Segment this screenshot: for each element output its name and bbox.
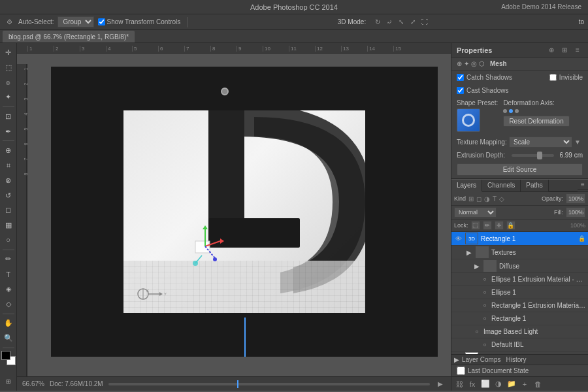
layer-vis-diffuse[interactable]: ▶ — [472, 261, 482, 270]
extrusion-depth-slider[interactable] — [512, 154, 554, 157]
edit-source-btn[interactable]: Edit Source — [457, 163, 583, 176]
properties-icon-2[interactable]: ⊞ — [559, 45, 570, 56]
properties-icon-1[interactable]: ⊕ — [546, 45, 557, 56]
last-state-checkbox[interactable] — [457, 367, 465, 375]
layer-thumb-rect1: 3D — [465, 233, 478, 244]
dodge-tool-btn[interactable]: ○ — [1, 233, 16, 247]
opacity-input[interactable] — [566, 193, 585, 204]
healing-tool-btn[interactable]: ⊕ — [1, 144, 16, 157]
layers-tab-paths[interactable]: Paths — [521, 180, 549, 191]
timeline-play-btn[interactable]: ▶ — [435, 379, 446, 389]
color-picker-wrapper[interactable] — [1, 351, 16, 365]
foreground-color-swatch[interactable] — [1, 351, 10, 360]
fill-input[interactable] — [566, 207, 585, 218]
layer-ellipse1[interactable]: ○ Ellipse 1 — [451, 286, 588, 299]
tool-options-icon[interactable]: ⚙ — [4, 17, 14, 27]
layers-tab-channels[interactable]: Channels — [482, 180, 521, 191]
extrusion-depth-label: Extrusion Depth: — [457, 152, 509, 159]
add-group-btn[interactable]: 📁 — [506, 379, 517, 389]
shape-preset-thumb[interactable] — [457, 108, 480, 132]
workspace: ✛ ⬚ ⌾ ✦ ⊡ ✒ ⊕ ⌗ ⊗ ↺ ◻ ▦ ○ ✏ T ◈ ◇ ✋ 🔍 ⊞ — [0, 43, 588, 391]
layer-vis-ibl[interactable]: ○ — [472, 327, 482, 336]
layer-vis-ellipse1[interactable]: ○ — [480, 288, 489, 297]
reset-deformation-btn[interactable]: Reset Deformation — [503, 116, 569, 127]
layer-vis-ellipse1ext[interactable]: ○ — [480, 275, 489, 284]
invisible-checkbox[interactable] — [549, 74, 557, 81]
3d-scale-btn[interactable]: ⛶ — [419, 17, 430, 27]
layers-options-row: Kind ⊞ ◻ ◑ T ◇ Opacity: — [451, 192, 588, 206]
blend-mode-select[interactable]: Normal Multiply Screen — [454, 207, 497, 218]
lock-transparent-btn[interactable]: ⬚ — [471, 221, 480, 230]
auto-select-dropdown[interactable]: Group Layer — [57, 16, 94, 27]
3d-slide-btn[interactable]: ⤢ — [408, 17, 418, 27]
timeline-scrubber[interactable] — [108, 383, 430, 385]
properties-close-btn[interactable]: ≡ — [572, 45, 583, 56]
eyedropper-tool-btn[interactable]: ✒ — [1, 125, 16, 139]
path-select-btn[interactable]: ◈ — [1, 282, 16, 296]
history-brush-btn[interactable]: ↺ — [1, 189, 16, 203]
marquee-tool-btn[interactable]: ⬚ — [1, 61, 16, 74]
3d-pan-btn[interactable]: ⤡ — [396, 17, 406, 27]
layer-vis-rect1ext[interactable]: ○ — [480, 301, 489, 310]
texture-mapping-dropdown[interactable]: Scale Tile Wrap — [509, 137, 572, 148]
layer-rectangle-1[interactable]: 👁 3D Rectangle 1 🔒 — [451, 232, 588, 246]
layer-rect1-ext[interactable]: ○ Rectangle 1 Extrusion Material - Defau… — [451, 299, 588, 312]
3d-roll-btn[interactable]: ⤾ — [384, 17, 395, 27]
deformation-dot-1[interactable] — [503, 109, 507, 113]
layer-diffuse[interactable]: ▶ Diffuse — [451, 259, 588, 273]
layer-ellipse1-ext[interactable]: ○ Ellipse 1 Extrusion Material - Default… — [451, 273, 588, 286]
pen-tool-btn[interactable]: ✏ — [1, 253, 16, 267]
layer-vis-rect1sub[interactable]: ○ — [480, 314, 489, 323]
layer-vis-rect1[interactable]: 👁 — [454, 234, 463, 243]
eraser-tool-btn[interactable]: ◻ — [1, 203, 16, 217]
cast-shadows-checkbox[interactable] — [457, 87, 464, 94]
add-adjustment-btn[interactable]: ◑ — [493, 379, 504, 389]
deformation-dot-3[interactable] — [515, 109, 519, 113]
catch-shadows-checkbox[interactable] — [457, 74, 464, 81]
3d-rotate-btn[interactable]: ↻ — [372, 17, 383, 27]
hand-tool-btn[interactable]: ✋ — [1, 317, 16, 331]
doc-tab-active[interactable]: blog.psd @ 66.7% (Rectangle 1, RGB/8)* — [3, 31, 135, 42]
layers-tab-layers[interactable]: Layers — [451, 180, 482, 192]
add-layer-btn[interactable]: + — [519, 379, 530, 389]
lasso-tool-btn[interactable]: ⌾ — [1, 76, 16, 90]
add-link-btn[interactable]: ⛓ — [454, 379, 465, 389]
layer-default-ibl[interactable]: ○ Default IBL — [451, 338, 588, 351]
lock-all-btn[interactable]: 🔒 — [506, 221, 515, 230]
gradient-tool-btn[interactable]: ▦ — [1, 218, 16, 232]
ruler-left: 1 2 3 4 5 6 7 8 — [17, 64, 27, 376]
ruler-mark: 1 — [27, 46, 54, 52]
brush-tool-btn[interactable]: ⌗ — [1, 159, 16, 172]
texture-mapping-menu-btn[interactable]: ▼ — [572, 137, 583, 148]
show-transform-checkbox[interactable] — [98, 18, 105, 25]
add-mask-btn[interactable]: ⬜ — [480, 379, 491, 389]
shape-tool-btn[interactable]: ◇ — [1, 297, 16, 311]
layer-ibl[interactable]: ○ Image Based Light — [451, 325, 588, 338]
layer-comps-header[interactable]: ▶ Layer Comps History — [451, 355, 588, 365]
layer-vis-textures[interactable]: ▶ — [465, 248, 474, 257]
deformation-dot-2[interactable] — [509, 109, 513, 113]
canvas-with-ruler: 1 2 3 4 5 6 7 8 — [17, 54, 451, 376]
clone-tool-btn[interactable]: ⊗ — [1, 174, 16, 188]
photoshop-canvas[interactable]: X Y — [51, 67, 438, 357]
screen-mode-btn[interactable]: ⊞ — [1, 374, 16, 388]
add-fx-btn[interactable]: fx — [467, 379, 478, 389]
layers-lock-row: Lock: ⬚ ✏ ✛ 🔒 100% — [451, 220, 588, 232]
canvas-content[interactable]: X Y — [38, 54, 451, 376]
ruler-mark: 3 — [80, 46, 106, 52]
crop-tool-btn[interactable]: ⊡ — [1, 110, 16, 123]
type-tool-btn[interactable]: T — [1, 267, 16, 281]
zoom-tool-btn[interactable]: 🔍 — [1, 331, 16, 345]
layers-panel-menu-btn[interactable]: ≡ — [578, 180, 588, 190]
pixel-filter-icon: ◻ — [476, 195, 482, 203]
delete-layer-btn[interactable]: 🗑 — [532, 379, 543, 389]
layer-textures[interactable]: ▶ Textures — [451, 246, 588, 259]
move-tool-btn[interactable]: ✛ — [1, 46, 16, 59]
lock-position-btn[interactable]: ✛ — [495, 221, 504, 230]
layer-rect1-sub[interactable]: ○ Rectangle 1 — [451, 312, 588, 325]
3d-mode-icons: ↻ ⤾ ⤡ ⤢ ⛶ — [372, 17, 430, 27]
layer-vis-defaultibl[interactable]: ○ — [480, 340, 489, 350]
lock-pixels-btn[interactable]: ✏ — [483, 221, 492, 230]
wand-tool-btn[interactable]: ✦ — [1, 90, 16, 104]
properties-panel: Properties ⊕ ⊞ ≡ ⊕ ✦ ◎ ⬡ Mesh — [451, 43, 588, 178]
